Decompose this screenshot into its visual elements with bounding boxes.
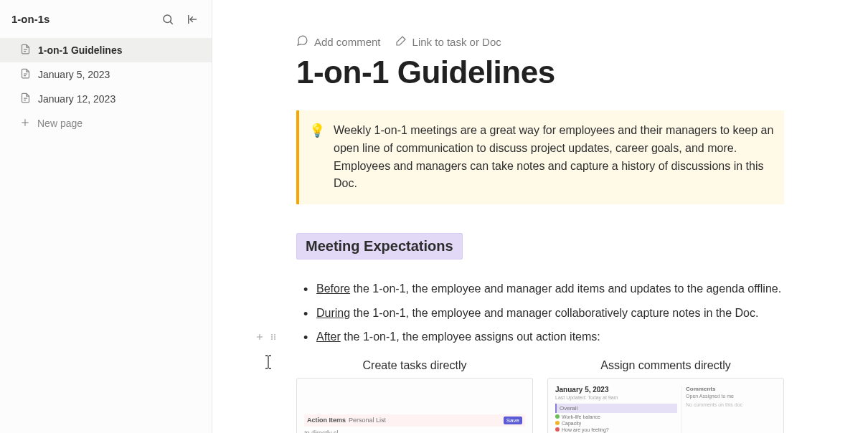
sidebar: 1-on-1s 1-on-1 Guidelines January 5, 202… — [0, 0, 212, 433]
preview-tag: Action Items — [307, 417, 346, 424]
preview-comments-side: Comments Open Assigned to me No comments… — [681, 386, 776, 433]
dot-icon — [555, 421, 560, 425]
bullet-lead: During — [316, 307, 350, 319]
sidebar-header: 1-on-1s — [0, 0, 212, 38]
sidebar-actions — [160, 11, 200, 27]
preview-row-label: How are you feeling? — [562, 427, 609, 432]
column-left: Create tasks directly Action Items Perso… — [296, 359, 533, 433]
new-page-label: New page — [37, 118, 82, 129]
callout-text: Weekly 1-on-1 meetings are a great way f… — [334, 122, 774, 193]
add-comment-label: Add comment — [314, 36, 381, 48]
bullet-item[interactable]: Before the 1-on-1, the employee and mana… — [296, 280, 784, 298]
page-icon — [20, 92, 31, 105]
column-title: Assign comments directly — [547, 359, 784, 372]
preview-meta: Last Updated: Today at 9am — [555, 395, 677, 400]
preview-row: How are you feeling? — [555, 427, 677, 432]
preview-row-label: Capacity — [562, 421, 581, 426]
preview-placeholder: No comments on this doc — [686, 402, 776, 407]
preview-tasks[interactable]: Action Items Personal List Save In direc… — [296, 378, 533, 433]
svg-point-16 — [271, 336, 273, 338]
preview-assignee: Personal List — [349, 417, 501, 424]
preview-wrap: January 5, 2023 Last Updated: Today at 9… — [555, 386, 776, 433]
page-icon — [20, 68, 31, 81]
callout-block[interactable]: 💡 Weekly 1-on-1 meetings are a great way… — [296, 110, 784, 204]
sidebar-title: 1-on-1s — [11, 13, 49, 25]
preview-sub1: In directly cl — [304, 429, 525, 433]
drag-handle-icon[interactable] — [269, 329, 278, 348]
preview-comments[interactable]: January 5, 2023 Last Updated: Today at 9… — [547, 378, 784, 433]
svg-point-17 — [274, 336, 275, 338]
section-heading[interactable]: Meeting Expectations — [296, 233, 463, 260]
doc-title[interactable]: 1-on-1 Guidelines — [296, 54, 784, 90]
bullet-lead: Before — [316, 282, 350, 295]
columns: Create tasks directly Action Items Perso… — [296, 359, 784, 433]
sidebar-item-jan12[interactable]: January 12, 2023 — [0, 87, 212, 111]
bullet-lead: After — [316, 330, 341, 343]
collapse-sidebar-icon[interactable] — [184, 11, 200, 27]
svg-point-14 — [271, 334, 273, 336]
sidebar-item-label: January 12, 2023 — [38, 93, 115, 105]
preview-comments-heading: Comments — [686, 386, 776, 392]
section-heading-wrap: Meeting Expectations — [296, 233, 784, 260]
svg-point-18 — [271, 338, 273, 340]
doc-meta-actions: Add comment Link to task or Doc — [296, 34, 784, 49]
sidebar-item-jan5[interactable]: January 5, 2023 — [0, 62, 212, 87]
preview-row: Work-life balance — [555, 414, 677, 419]
svg-line-1 — [170, 22, 172, 24]
new-page-button[interactable]: New page — [0, 111, 212, 135]
column-title: Create tasks directly — [296, 359, 533, 372]
bullet-rest: the 1-on-1, the employee and manager add… — [350, 282, 781, 295]
link-icon — [395, 35, 407, 49]
dot-icon — [555, 427, 560, 432]
plus-icon[interactable] — [255, 329, 265, 348]
preview-task-row: Action Items Personal List Save — [304, 414, 525, 427]
column-right: Assign comments directly January 5, 2023… — [547, 359, 784, 433]
doc-container: Add comment Link to task or Doc 1-on-1 G… — [282, 34, 798, 433]
preview-row: Capacity — [555, 421, 677, 426]
bullet-rest: the 1-on-1, the employee assigns out act… — [341, 330, 600, 343]
add-comment-button[interactable]: Add comment — [296, 34, 381, 49]
sidebar-pages-list: 1-on-1 Guidelines January 5, 2023 Januar… — [0, 38, 212, 111]
svg-point-19 — [274, 338, 275, 340]
bullet-item[interactable]: During the 1-on-1, the employee and mana… — [296, 304, 784, 323]
plus-icon — [20, 118, 30, 130]
page-icon — [20, 44, 31, 57]
bullet-item[interactable]: After the 1-on-1, the employee assigns o… — [296, 328, 784, 346]
preview-date: January 5, 2023 — [555, 386, 677, 394]
comment-icon — [296, 34, 308, 49]
link-task-label: Link to task or Doc — [412, 36, 501, 48]
line-controls — [255, 329, 278, 348]
preview-tabs: Open Assigned to me — [686, 394, 776, 399]
link-task-button[interactable]: Link to task or Doc — [395, 34, 501, 49]
bullet-rest: the 1-on-1, the employee and manager col… — [350, 307, 758, 319]
svg-point-15 — [274, 334, 275, 336]
lightbulb-icon: 💡 — [309, 122, 325, 193]
preview-doc-side: January 5, 2023 Last Updated: Today at 9… — [555, 386, 677, 433]
sidebar-item-label: 1-on-1 Guidelines — [38, 44, 122, 56]
search-icon[interactable] — [160, 11, 176, 27]
doc-main: Add comment Link to task or Doc 1-on-1 G… — [212, 0, 868, 433]
preview-block: Overall — [555, 404, 677, 413]
preview-row-label: Work-life balance — [562, 414, 600, 419]
sidebar-item-label: January 5, 2023 — [38, 69, 110, 80]
sidebar-item-guidelines[interactable]: 1-on-1 Guidelines — [0, 38, 212, 62]
dot-icon — [555, 414, 560, 419]
save-button: Save — [504, 417, 522, 424]
bullet-list: Before the 1-on-1, the employee and mana… — [296, 280, 784, 346]
svg-point-0 — [164, 15, 171, 23]
